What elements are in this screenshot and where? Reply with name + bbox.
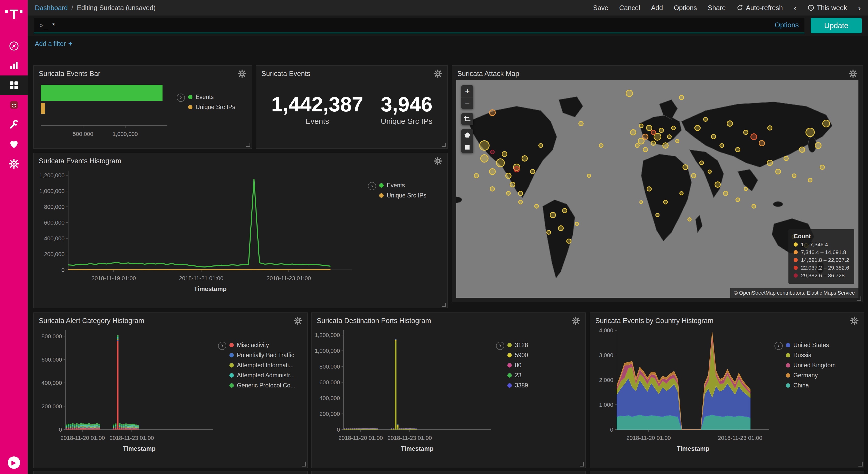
map-marker[interactable] — [490, 186, 495, 191]
map-marker[interactable] — [711, 134, 716, 139]
panel-title[interactable]: Suricata Events — [261, 70, 310, 78]
rectangle-tool-button[interactable] — [461, 141, 473, 153]
query-options-link[interactable]: Options — [775, 21, 799, 29]
map-marker[interactable] — [699, 160, 704, 165]
map-marker[interactable] — [719, 143, 724, 148]
dest-ports-chart[interactable]: 0200,000400,000600,000800,0001,000,0001,… — [315, 326, 496, 466]
legend-item[interactable]: 3389 — [507, 382, 528, 389]
legend-item[interactable]: 3128 — [507, 342, 528, 349]
legend-item[interactable]: United States — [786, 342, 836, 349]
legend-item[interactable]: Germany — [786, 372, 836, 379]
legend-item[interactable]: 80 — [507, 362, 528, 369]
map-marker[interactable] — [687, 217, 691, 221]
map-marker[interactable] — [558, 226, 564, 231]
plus-icon[interactable]: + — [68, 39, 72, 48]
gear-icon[interactable] — [433, 69, 442, 78]
map-marker[interactable] — [736, 198, 740, 202]
map-marker[interactable] — [514, 166, 520, 172]
panel-resize-handle[interactable] — [859, 463, 863, 467]
map-marker[interactable] — [474, 173, 479, 178]
panel-title[interactable]: Suricata Events Histogram — [39, 157, 121, 165]
map-marker[interactable] — [703, 117, 708, 122]
map-marker[interactable] — [767, 125, 772, 130]
map-marker[interactable] — [643, 147, 648, 152]
map-marker[interactable] — [655, 213, 659, 217]
sidebar-item-suricata-app[interactable] — [0, 95, 28, 115]
map-marker[interactable] — [679, 95, 684, 100]
map-marker[interactable] — [675, 139, 679, 143]
legend-item[interactable]: Events — [188, 94, 235, 100]
map-marker[interactable] — [518, 200, 523, 204]
legend-item[interactable]: Attempted Administr... — [229, 372, 295, 379]
map-marker[interactable] — [490, 150, 495, 154]
map-marker[interactable] — [663, 200, 668, 204]
legend-item[interactable]: Attempted Informati... — [229, 362, 295, 369]
query-input[interactable]: >_ * Options — [34, 18, 804, 33]
panel-resize-handle[interactable] — [246, 143, 250, 147]
legend-item[interactable]: Russia — [786, 352, 836, 359]
map-marker[interactable] — [496, 158, 505, 167]
map-marker[interactable] — [579, 121, 584, 126]
map-marker[interactable] — [647, 186, 652, 191]
sidebar-collapse-button[interactable]: ▶ — [8, 456, 20, 469]
map-marker[interactable] — [792, 173, 797, 178]
legend-toggle-icon[interactable] — [496, 342, 504, 350]
map-marker[interactable] — [723, 191, 728, 196]
gear-icon[interactable] — [238, 69, 246, 78]
add-filter-link[interactable]: Add a filter — [35, 40, 66, 48]
legend-item[interactable]: Misc activity — [229, 342, 295, 349]
panel-title[interactable]: Suricata Events Bar — [39, 70, 100, 78]
map-marker[interactable] — [635, 143, 640, 148]
legend-item[interactable]: Potentially Bad Traffic — [229, 352, 295, 359]
legend-item[interactable]: United Kingdom — [786, 362, 836, 369]
panel-resize-handle[interactable] — [302, 463, 306, 467]
map-marker[interactable] — [751, 204, 756, 209]
map-marker[interactable] — [566, 239, 571, 244]
sidebar-item-dev-tools[interactable] — [0, 115, 28, 135]
map-marker[interactable] — [642, 134, 648, 140]
map-marker[interactable] — [694, 125, 701, 131]
panel-title[interactable]: Suricata Attack Map — [457, 70, 519, 78]
map-marker[interactable] — [522, 155, 528, 161]
update-button[interactable]: Update — [811, 18, 862, 33]
map-marker[interactable] — [518, 191, 523, 196]
map-marker[interactable] — [822, 120, 830, 127]
map-marker[interactable] — [547, 230, 551, 235]
sidebar-item-monitoring[interactable] — [0, 135, 28, 154]
map-marker[interactable] — [599, 143, 603, 148]
panel-resize-handle[interactable] — [580, 463, 584, 467]
sidebar-item-management[interactable] — [0, 154, 28, 174]
map-marker[interactable] — [783, 156, 789, 161]
add-button[interactable]: Add — [651, 4, 663, 12]
panel-title[interactable]: Suricata Destination Ports Histogram — [317, 317, 431, 325]
map-marker[interactable] — [510, 182, 516, 187]
zoom-out-button[interactable]: − — [461, 97, 473, 109]
map-marker[interactable] — [744, 187, 748, 191]
breadcrumb-dashboard-link[interactable]: Dashboard — [35, 4, 68, 12]
legend-toggle-icon[interactable] — [368, 182, 376, 190]
map-marker[interactable] — [575, 222, 579, 226]
map-marker[interactable] — [775, 169, 781, 174]
map-marker[interactable] — [651, 141, 656, 146]
map-marker[interactable] — [639, 123, 644, 128]
map-marker[interactable] — [815, 142, 822, 149]
map-marker[interactable] — [506, 191, 511, 196]
time-range-picker[interactable]: This week — [808, 4, 847, 12]
legend-toggle-icon[interactable] — [218, 342, 226, 350]
options-button[interactable]: Options — [674, 4, 697, 12]
panel-title[interactable]: Suricata Events by Country Histogram — [595, 317, 714, 325]
legend-item[interactable]: 23 — [507, 372, 528, 379]
events-histogram-chart[interactable]: 0200,000400,000600,000800,0001,000,0001,… — [37, 167, 358, 306]
map-marker[interactable] — [538, 143, 543, 148]
map-marker[interactable] — [799, 147, 805, 153]
legend-toggle-icon[interactable] — [177, 94, 185, 102]
map-marker[interactable] — [708, 170, 712, 174]
sidebar-item-discover[interactable] — [0, 36, 28, 56]
map-marker[interactable] — [562, 208, 567, 213]
map-marker[interactable] — [759, 140, 765, 146]
gear-icon[interactable] — [293, 316, 302, 325]
map-marker[interactable] — [683, 165, 688, 170]
map-marker[interactable] — [662, 142, 669, 149]
gear-icon[interactable] — [433, 157, 442, 166]
map-marker[interactable] — [659, 128, 664, 133]
